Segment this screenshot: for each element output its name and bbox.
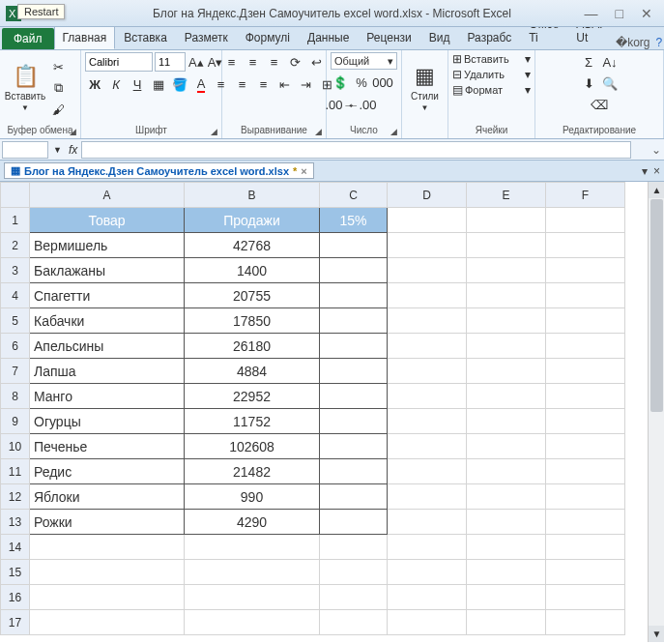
cell[interactable] xyxy=(320,560,388,585)
percent-icon[interactable]: % xyxy=(352,73,371,92)
fill-icon[interactable]: ⬇ xyxy=(579,73,598,93)
cell[interactable] xyxy=(320,610,388,635)
cell[interactable] xyxy=(467,560,546,585)
help-icon[interactable]: ? xyxy=(656,36,663,49)
cell[interactable]: Яблоки xyxy=(30,484,185,510)
name-box-dropdown-icon[interactable]: ▼ xyxy=(50,145,65,155)
ribbon-minimize-icon[interactable]: �korg xyxy=(616,36,650,49)
cell[interactable]: 15% xyxy=(320,208,388,233)
row-header[interactable]: 7 xyxy=(1,359,30,384)
align-right-icon[interactable]: ≡ xyxy=(254,74,274,94)
cell[interactable] xyxy=(546,208,625,233)
cell[interactable]: Кабачки xyxy=(30,308,185,334)
cell[interactable] xyxy=(467,258,546,283)
cell[interactable] xyxy=(546,535,625,560)
cell[interactable]: Апельсины xyxy=(30,334,185,359)
cell[interactable] xyxy=(388,409,467,434)
tab-data[interactable]: Данные xyxy=(299,26,358,49)
cell[interactable] xyxy=(320,510,388,535)
cell[interactable] xyxy=(467,283,546,308)
cell[interactable] xyxy=(388,484,467,510)
cell[interactable] xyxy=(320,384,388,409)
paste-button[interactable]: 📋 Вставить ▼ xyxy=(4,64,46,112)
cell[interactable]: 4884 xyxy=(185,359,320,384)
wb-close-icon[interactable]: × xyxy=(653,164,660,178)
file-tab[interactable]: Файл xyxy=(2,28,54,49)
cell[interactable] xyxy=(467,585,546,610)
sort-filter-icon[interactable]: A↓ xyxy=(600,52,620,72)
cell[interactable] xyxy=(546,233,625,258)
cell[interactable] xyxy=(388,308,467,334)
cell[interactable]: Продажи xyxy=(185,208,320,233)
cell[interactable] xyxy=(388,233,467,258)
tab-insert[interactable]: Вставка xyxy=(115,26,176,49)
cell[interactable] xyxy=(320,585,388,610)
column-header[interactable]: D xyxy=(388,183,467,208)
row-header[interactable]: 1 xyxy=(1,208,30,233)
cell[interactable] xyxy=(320,283,388,308)
indent-dec-icon[interactable]: ⇤ xyxy=(275,74,295,94)
cell[interactable]: Рожки xyxy=(30,510,185,535)
clipboard-launcher-icon[interactable]: ◢ xyxy=(70,127,76,136)
workbook-tab[interactable]: ▦ Блог на Яндекс.Дзен Самоучитель excel … xyxy=(4,162,314,179)
cell[interactable]: 17850 xyxy=(185,308,320,334)
tab-formulas[interactable]: Формулі xyxy=(237,26,299,49)
fill-color-icon[interactable]: 🪣 xyxy=(170,74,189,94)
format-painter-icon[interactable]: 🖌 xyxy=(48,100,68,119)
cell[interactable] xyxy=(467,334,546,359)
cell[interactable] xyxy=(467,484,546,510)
cell[interactable] xyxy=(467,233,546,258)
cell[interactable]: 1400 xyxy=(185,258,320,283)
cell[interactable]: Манго xyxy=(30,384,185,409)
row-header[interactable]: 5 xyxy=(1,308,30,334)
scroll-up-icon[interactable]: ▲ xyxy=(649,182,664,198)
cell[interactable] xyxy=(320,409,388,434)
align-bottom-icon[interactable]: ≡ xyxy=(265,52,284,72)
formula-input[interactable] xyxy=(81,141,631,159)
cell[interactable] xyxy=(185,585,320,610)
cell[interactable] xyxy=(546,585,625,610)
cell[interactable]: 102608 xyxy=(185,434,320,459)
worksheet-grid[interactable]: ABCDEF1ТоварПродажи15%2Вермишель427683Ба… xyxy=(0,182,664,642)
comma-icon[interactable]: 000 xyxy=(373,73,392,92)
number-format-combo[interactable]: Общий▾ xyxy=(331,52,397,70)
scroll-thumb[interactable] xyxy=(650,199,663,412)
cell[interactable]: Огурцы xyxy=(30,409,185,434)
wrap-text-icon[interactable]: ↩ xyxy=(307,52,327,72)
align-left-icon[interactable]: ≡ xyxy=(212,74,231,94)
cell[interactable] xyxy=(467,535,546,560)
tab-view[interactable]: Вид xyxy=(420,26,459,49)
select-all-corner[interactable] xyxy=(1,183,30,208)
cell[interactable] xyxy=(388,510,467,535)
tab-pagelayout[interactable]: Разметк xyxy=(176,26,237,49)
cell[interactable] xyxy=(320,233,388,258)
cell[interactable] xyxy=(546,409,625,434)
dec-decimal-icon[interactable]: ←.00 xyxy=(352,95,371,114)
wb-dropdown-icon[interactable]: ▾ xyxy=(642,164,648,178)
tab-developer[interactable]: Разрабс xyxy=(458,26,520,49)
cell[interactable] xyxy=(320,484,388,510)
font-size-combo[interactable] xyxy=(155,52,186,72)
align-middle-icon[interactable]: ≡ xyxy=(244,52,263,72)
cell[interactable] xyxy=(546,308,625,334)
grow-font-icon[interactable]: A▴ xyxy=(188,52,205,72)
cell[interactable] xyxy=(388,208,467,233)
cell[interactable] xyxy=(185,535,320,560)
cell[interactable]: 990 xyxy=(185,484,320,510)
insert-cells-button[interactable]: ⊞Вставить▾ xyxy=(452,52,531,66)
cell[interactable] xyxy=(546,484,625,510)
cell[interactable] xyxy=(388,434,467,459)
cell[interactable] xyxy=(546,434,625,459)
number-launcher-icon[interactable]: ◢ xyxy=(390,127,397,136)
cell[interactable] xyxy=(467,409,546,434)
column-header[interactable]: C xyxy=(320,183,388,208)
tab-home[interactable]: Главная xyxy=(54,26,116,49)
styles-button[interactable]: ▦ Стили ▼ xyxy=(406,64,444,112)
cell[interactable] xyxy=(467,434,546,459)
cell[interactable] xyxy=(185,610,320,635)
cell[interactable] xyxy=(320,359,388,384)
row-header[interactable]: 12 xyxy=(1,484,30,510)
cell[interactable] xyxy=(320,535,388,560)
align-top-icon[interactable]: ≡ xyxy=(222,52,242,72)
alignment-launcher-icon[interactable]: ◢ xyxy=(315,127,322,136)
